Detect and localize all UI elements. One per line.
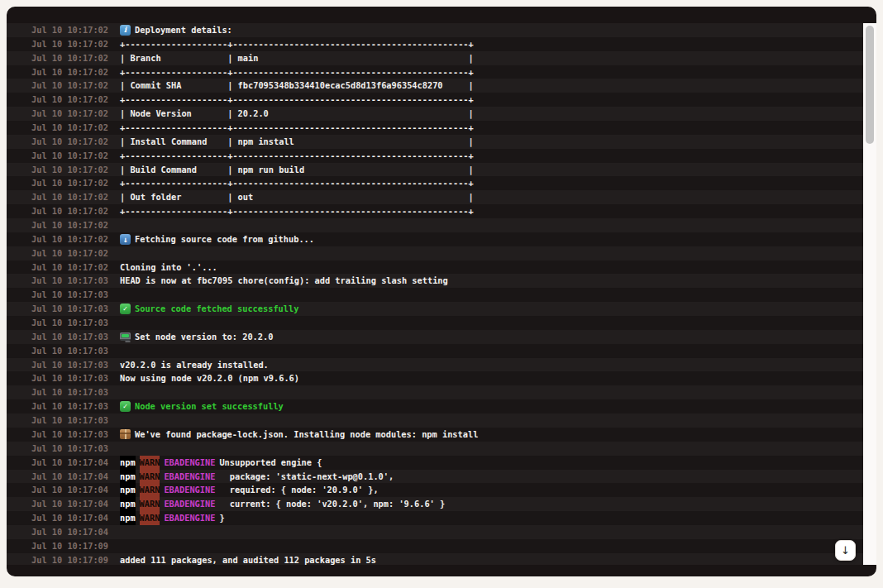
log-row: Jul 10 10:17:02↓Fetching source code fro… <box>7 232 863 246</box>
warn-badge: WARN <box>140 483 160 497</box>
log-timestamp: Jul 10 10:17:04 <box>31 511 120 525</box>
log-message: | Node Version | 20.2.0 | <box>120 107 474 121</box>
log-row: Jul 10 10:17:09added 111 packages, and a… <box>7 553 863 565</box>
log-row: Jul 10 10:17:04npmWARNEBADENGINEUnsuppor… <box>7 456 863 470</box>
log-timestamp: Jul 10 10:17:03 <box>31 344 120 358</box>
log-row: Jul 10 10:17:03 <box>7 344 863 358</box>
log-row: Jul 10 10:17:02+--------------------+---… <box>7 93 863 107</box>
log-timestamp: Jul 10 10:17:02 <box>31 246 120 261</box>
log-row: Jul 10 10:17:02| Node Version | 20.2.0 | <box>7 107 863 121</box>
log-text: | Node Version | 20.2.0 | <box>120 107 474 121</box>
log-timestamp: Jul 10 10:17:03 <box>31 442 120 456</box>
log-timestamp: Jul 10 10:17:02 <box>31 37 120 51</box>
log-timestamp: Jul 10 10:17:02 <box>31 93 120 107</box>
log-timestamp: Jul 10 10:17:03 <box>31 288 120 302</box>
log-timestamp: Jul 10 10:17:02 <box>31 176 120 190</box>
log-timestamp: Jul 10 10:17:02 <box>31 190 120 204</box>
log-message: Now using node v20.2.0 (npm v9.6.6) <box>120 371 299 385</box>
log-text: Now using node v20.2.0 (npm v9.6.6) <box>120 371 299 385</box>
log-text: v20.2.0 is already installed. <box>120 358 269 372</box>
warn-badge: WARN <box>140 470 160 484</box>
log-timestamp: Jul 10 10:17:03 <box>31 302 120 316</box>
log-timestamp: Jul 10 10:17:02 <box>31 23 120 37</box>
log-timestamp: Jul 10 10:17:02 <box>31 121 120 135</box>
log-text: | Build Command | npm run build | <box>120 163 474 177</box>
scroll-to-bottom-button[interactable]: ↓ <box>835 540 856 561</box>
log-message: npmWARNEBADENGINE required: { node: '20.… <box>120 483 379 497</box>
log-message: added 111 packages, and audited 112 pack… <box>120 553 376 565</box>
log-row: Jul 10 10:17:04npmWARNEBADENGINE} <box>7 511 863 525</box>
log-text: +--------------------+------------------… <box>120 204 474 218</box>
log-row: Jul 10 10:17:02+--------------------+---… <box>7 176 863 190</box>
log-row: Jul 10 10:17:02| Build Command | npm run… <box>7 163 863 177</box>
log-row: Jul 10 10:17:03 <box>7 385 863 399</box>
ebadengine-label: EBADENGINE <box>164 483 215 497</box>
log-message: Set node version to: 20.2.0 <box>120 330 273 344</box>
warn-badge: WARN <box>140 497 160 511</box>
log-message: ↓Fetching source code from github... <box>120 232 314 246</box>
log-timestamp: Jul 10 10:17:04 <box>31 456 120 470</box>
log-timestamp: Jul 10 10:17:02 <box>31 204 120 218</box>
log-timestamp: Jul 10 10:17:02 <box>31 232 120 246</box>
log-message: npmWARNEBADENGINE current: { node: 'v20.… <box>120 497 445 511</box>
log-text: | Branch | main | <box>120 51 474 65</box>
log-row: Jul 10 10:17:03HEAD is now at fbc7095 ch… <box>7 274 863 288</box>
log-timestamp: Jul 10 10:17:03 <box>31 316 120 330</box>
log-row: Jul 10 10:17:03Set node version to: 20.2… <box>7 330 863 344</box>
log-text: HEAD is now at fbc7095 chore(config): ad… <box>120 274 448 288</box>
log-row: Jul 10 10:17:04npmWARNEBADENGINE require… <box>7 483 863 497</box>
log-message: HEAD is now at fbc7095 chore(config): ad… <box>120 274 448 288</box>
log-text: +--------------------+------------------… <box>120 65 474 79</box>
log-timestamp: Jul 10 10:17:03 <box>31 330 120 344</box>
log-text: current: { node: 'v20.2.0', npm: '9.6.6'… <box>219 497 445 511</box>
log-message: +--------------------+------------------… <box>120 121 474 135</box>
log-text: +--------------------+------------------… <box>120 149 474 163</box>
log-timestamp: Jul 10 10:17:04 <box>31 470 120 484</box>
log-message: | Branch | main | <box>120 51 474 65</box>
log-timestamp: Jul 10 10:17:04 <box>31 483 120 497</box>
log-row: Jul 10 10:17:02Cloning into '.'... <box>7 261 863 275</box>
log-row: Jul 10 10:17:03v20.2.0 is already instal… <box>7 358 863 372</box>
log-message: +--------------------+------------------… <box>120 93 474 107</box>
log-message: +--------------------+------------------… <box>120 149 474 163</box>
check-icon: ✓ <box>120 401 131 412</box>
log-timestamp: Jul 10 10:17:03 <box>31 428 120 442</box>
log-row: Jul 10 10:17:02+--------------------+---… <box>7 149 863 163</box>
log-text: } <box>219 511 224 525</box>
ebadengine-label: EBADENGINE <box>164 497 215 511</box>
log-text: | Install Command | npm install | <box>120 135 474 149</box>
log-row: Jul 10 10:17:03✓Node version set success… <box>7 399 863 414</box>
log-timestamp: Jul 10 10:17:02 <box>31 51 120 65</box>
scrollbar-track[interactable] <box>863 23 876 565</box>
log-timestamp: Jul 10 10:17:04 <box>31 525 120 539</box>
log-row: Jul 10 10:17:03 <box>7 414 863 428</box>
log-timestamp: Jul 10 10:17:09 <box>31 539 120 553</box>
info-icon: i <box>120 25 131 36</box>
log-message: +--------------------+------------------… <box>120 37 474 51</box>
log-row: Jul 10 10:17:03 <box>7 288 863 302</box>
log-message: ✓Source code fetched successfully <box>120 302 298 316</box>
log-timestamp: Jul 10 10:17:03 <box>31 358 120 372</box>
log-message: v20.2.0 is already installed. <box>120 358 269 372</box>
log-row: Jul 10 10:17:02| Commit SHA | fbc7095348… <box>7 79 863 93</box>
npm-label: npm <box>120 470 136 484</box>
log-row: Jul 10 10:17:04 <box>7 525 863 539</box>
log-timestamp: Jul 10 10:17:03 <box>31 274 120 288</box>
log-text: +--------------------+------------------… <box>120 176 474 190</box>
log-timestamp: Jul 10 10:17:02 <box>31 163 120 177</box>
log-row: Jul 10 10:17:02+--------------------+---… <box>7 121 863 135</box>
log-row: Jul 10 10:17:02| Out folder | out | <box>7 190 863 204</box>
npm-label: npm <box>120 511 136 525</box>
success-text: Node version set successfully <box>135 399 284 414</box>
log-text: required: { node: '20.9.0' }, <box>219 483 378 497</box>
log-row: Jul 10 10:17:02+--------------------+---… <box>7 65 863 79</box>
log-text: package: 'static-next-wp@0.1.0', <box>219 470 394 484</box>
log-row: Jul 10 10:17:02| Branch | main | <box>7 51 863 65</box>
log-row: Jul 10 10:17:02+--------------------+---… <box>7 204 863 218</box>
log-timestamp: Jul 10 10:17:02 <box>31 135 120 149</box>
log-message: ✓Node version set successfully <box>120 399 284 414</box>
package-icon <box>120 429 131 439</box>
scrollbar-thumb[interactable] <box>866 26 874 144</box>
log-message: +--------------------+------------------… <box>120 204 474 218</box>
log-text: +--------------------+------------------… <box>120 121 474 135</box>
